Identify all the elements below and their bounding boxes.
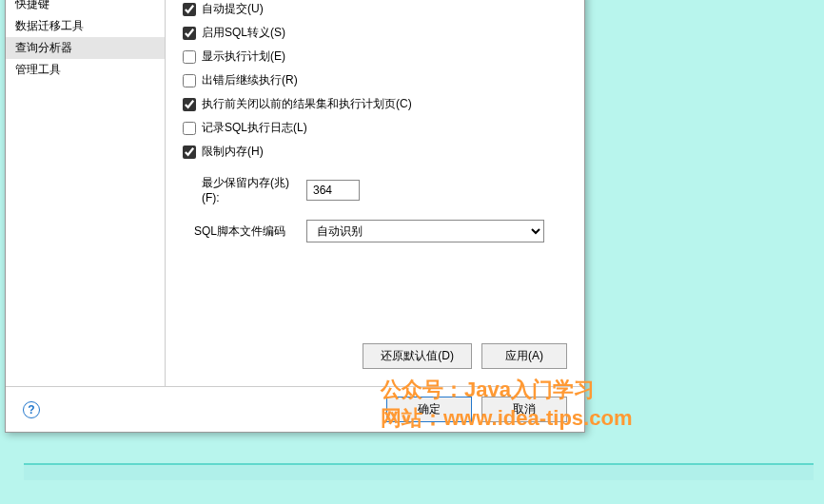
sidebar-item-shortcuts[interactable]: 快捷键 <box>6 0 165 15</box>
limit-memory-row: 限制内存(H) <box>183 144 567 160</box>
log-sql-exec-label: 记录SQL执行日志(L) <box>202 120 307 136</box>
show-exec-plan-row: 显示执行计划(E) <box>183 48 567 65</box>
sql-escape-row: 启用SQL转义(S) <box>183 25 567 41</box>
limit-memory-checkbox[interactable] <box>183 145 196 159</box>
ok-button[interactable]: 确定 <box>386 397 472 422</box>
dialog-body: 快捷键 数据迁移工具 查询分析器 管理工具 自动提交(U) 启用SQL转义(S)… <box>6 0 584 386</box>
sidebar: 快捷键 数据迁移工具 查询分析器 管理工具 <box>6 0 166 386</box>
help-icon[interactable]: ? <box>23 401 40 418</box>
encoding-label: SQL脚本文件编码 <box>183 223 306 240</box>
min-memory-row: 最少保留内存(兆)(F): <box>183 175 567 204</box>
close-prev-results-row: 执行前关闭以前的结果集和执行计划页(C) <box>183 96 567 112</box>
content-panel: 自动提交(U) 启用SQL转义(S) 显示执行计划(E) 出错后继续执行(R) … <box>166 0 584 386</box>
auto-commit-checkbox[interactable] <box>183 3 196 16</box>
settings-dialog: 快捷键 数据迁移工具 查询分析器 管理工具 自动提交(U) 启用SQL转义(S)… <box>5 0 585 433</box>
encoding-row: SQL脚本文件编码 自动识别 <box>183 220 567 242</box>
sql-escape-label: 启用SQL转义(S) <box>202 25 285 41</box>
restore-default-button[interactable]: 还原默认值(D) <box>363 343 472 369</box>
continue-on-error-row: 出错后继续执行(R) <box>183 72 567 88</box>
show-exec-plan-checkbox[interactable] <box>183 50 196 64</box>
cancel-button[interactable]: 取消 <box>481 397 567 422</box>
min-memory-label: 最少保留内存(兆)(F): <box>183 175 306 204</box>
auto-commit-label: 自动提交(U) <box>202 1 264 17</box>
close-prev-results-checkbox[interactable] <box>183 98 196 111</box>
sidebar-item-admin-tools[interactable]: 管理工具 <box>6 59 165 81</box>
sidebar-item-query-analyzer[interactable]: 查询分析器 <box>6 37 165 59</box>
log-sql-exec-checkbox[interactable] <box>183 122 196 135</box>
show-exec-plan-label: 显示执行计划(E) <box>202 48 285 65</box>
close-prev-results-label: 执行前关闭以前的结果集和执行计划页(C) <box>202 96 412 112</box>
content-buttons: 还原默认值(D) 应用(A) <box>183 343 567 377</box>
sidebar-item-migration[interactable]: 数据迁移工具 <box>6 15 165 37</box>
continue-on-error-label: 出错后继续执行(R) <box>202 72 298 88</box>
auto-commit-row: 自动提交(U) <box>183 1 567 17</box>
limit-memory-label: 限制内存(H) <box>202 144 264 160</box>
dialog-footer: ? 确定 取消 <box>6 386 584 432</box>
bottom-bar <box>24 463 814 480</box>
encoding-select[interactable]: 自动识别 <box>306 220 544 242</box>
apply-button[interactable]: 应用(A) <box>481 343 567 369</box>
min-memory-input[interactable] <box>306 180 360 201</box>
continue-on-error-checkbox[interactable] <box>183 74 196 87</box>
log-sql-exec-row: 记录SQL执行日志(L) <box>183 120 567 136</box>
footer-buttons: 确定 取消 <box>386 397 567 422</box>
sql-escape-checkbox[interactable] <box>183 27 196 40</box>
